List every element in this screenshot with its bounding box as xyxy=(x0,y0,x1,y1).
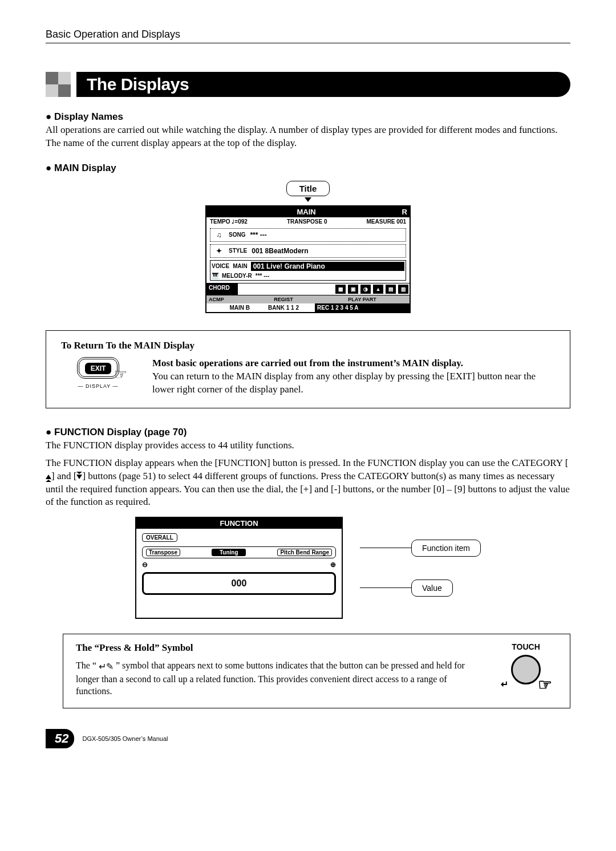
page-number: 52 xyxy=(46,729,74,748)
lcd-bank: BANK 1 1 2 xyxy=(252,303,315,312)
lcd-transpose: TRANSPOSE 0 xyxy=(287,218,327,225)
callout-function-item: Function item xyxy=(411,540,481,557)
return-paragraph: Most basic operations are carried out fr… xyxy=(152,357,555,396)
lcd-main-value: 001 Live! Grand Piano xyxy=(251,262,404,271)
callout-title-label: Title xyxy=(286,181,330,196)
callout-value: Value xyxy=(411,580,453,597)
lcd-style-label: STYLE xyxy=(229,248,247,254)
main-display-figure: Title MAIN R TEMPO ♩=092 TRANSPOSE 0 MEA… xyxy=(205,181,411,313)
touch-button-figure: TOUCH ↵ ☞ xyxy=(495,642,557,686)
hold-arrow-icon: ↵ xyxy=(501,679,508,690)
lcd-rec: REC 1 2 3 4 5 A xyxy=(315,303,410,312)
return-rest: You can return to the MAIN display from … xyxy=(152,371,536,395)
lcd-melody-value: *** --- xyxy=(256,273,269,279)
nav-left-icon: ⊖ xyxy=(142,561,148,569)
heading-main-display: MAIN Display xyxy=(46,163,570,174)
lcd-tempo: TEMPO ♩=092 xyxy=(210,218,248,225)
manual-title: DGX-505/305 Owner’s Manual xyxy=(82,735,168,742)
return-title: To Return To the MAIN Display xyxy=(61,340,555,351)
para-display-names: All operations are carried out while wat… xyxy=(46,124,570,150)
lcd2-mid-item: Tuning xyxy=(212,549,246,556)
lcd2-left-item: Transpose xyxy=(146,549,180,556)
function-para2: The FUNCTION display appears when the [F… xyxy=(46,457,570,509)
display-panel-label: — DISPLAY — xyxy=(61,383,135,389)
header-rule xyxy=(46,43,570,43)
function-display-figure: FUNCTION OVERALL Transpose Tuning Pitch … xyxy=(135,517,343,619)
section-title-bar: The Displays xyxy=(46,72,570,97)
lcd2-category: OVERALL xyxy=(142,533,177,542)
lcd-status-icons: ▦ ▣ ◑ ▲ ▤ ▥ xyxy=(238,283,410,295)
lcd-main-b: MAIN B xyxy=(206,303,252,312)
press-hold-symbol-icon: ↵✎ xyxy=(99,662,114,671)
lcd-screen-title: MAIN xyxy=(211,208,402,216)
hand-press-icon: ☞ xyxy=(114,366,127,383)
note-icon: ♫ xyxy=(214,231,224,239)
lcd-voice-label: VOICE xyxy=(212,263,229,269)
press-hold-box: The “Press & Hold” Symbol The “ ↵✎ ” sym… xyxy=(63,634,570,708)
lcd-song-value: *** --- xyxy=(250,231,266,239)
status-icon: ◑ xyxy=(360,285,371,294)
return-to-main-box: To Return To the MAIN Display EXIT ☞ — D… xyxy=(46,330,570,408)
function-callouts: Function item Value xyxy=(360,540,481,597)
lcd-melody-label: MELODY-R xyxy=(222,273,252,279)
section-decor xyxy=(46,72,71,97)
status-icon: ▦ xyxy=(335,285,346,294)
heading-display-names: Display Names xyxy=(46,111,570,123)
lcd2-value: 000 xyxy=(142,572,336,595)
lcd-style-value: 001 8BeatModern xyxy=(252,247,308,255)
status-icon: ▲ xyxy=(373,285,383,294)
section-title: The Displays xyxy=(76,72,570,97)
exit-button-label: EXIT xyxy=(85,363,112,374)
press-hold-text: The “ ↵✎ ” symbol that appears next to s… xyxy=(76,659,483,697)
function-para1: The FUNCTION display provides access to … xyxy=(46,439,570,452)
callout-pointer-icon xyxy=(305,197,311,202)
lcd2-screen-title: FUNCTION xyxy=(136,518,342,529)
press-hold-title: The “Press & Hold” Symbol xyxy=(76,642,483,654)
lcd-playpart-label: PLAY PART xyxy=(315,295,410,303)
lcd-main-label: MAIN xyxy=(233,263,248,269)
nav-right-icon: ⊕ xyxy=(330,561,336,569)
page-footer: 52 DGX-505/305 Owner’s Manual xyxy=(46,729,570,748)
connector-line xyxy=(360,548,411,548)
touch-button-icon xyxy=(511,655,541,684)
lcd-acmp-label: ACMP xyxy=(206,295,252,303)
lcd-corner-right: R xyxy=(402,208,407,216)
category-down-icon xyxy=(76,475,82,479)
status-icon: ▥ xyxy=(398,285,408,294)
category-up-icon xyxy=(46,475,51,479)
return-bold-line: Most basic operations are carried out fr… xyxy=(152,358,463,368)
lcd2-right-item: Pitch Bend Range xyxy=(277,549,332,556)
connector-line xyxy=(360,587,411,588)
lcd-song-label: SONG xyxy=(229,232,245,238)
status-icon: ▤ xyxy=(386,285,396,294)
exit-button-figure: EXIT ☞ — DISPLAY — xyxy=(61,357,135,389)
style-icon: ✦ xyxy=(214,247,224,255)
hand-press-icon: ☞ xyxy=(538,675,552,694)
lcd-regist-label: REGIST xyxy=(252,295,315,303)
heading-function-display: FUNCTION Display (page 70) xyxy=(46,427,570,438)
touch-label: TOUCH xyxy=(495,642,557,651)
lcd-chord-label: CHORD xyxy=(206,283,238,295)
running-head: Basic Operation and Displays xyxy=(46,29,570,40)
lcd-measure: MEASURE 001 xyxy=(367,218,406,225)
status-icon: ▣ xyxy=(348,285,358,294)
piano-icon: 🎹 xyxy=(212,273,218,279)
